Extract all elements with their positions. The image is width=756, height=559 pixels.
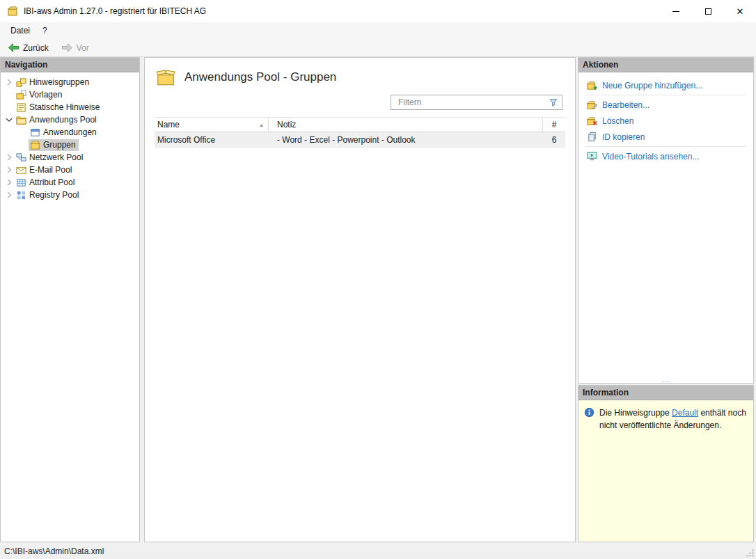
nav-item-hinweisgruppen[interactable]: Hinweisgruppen [1,76,139,88]
nav-item-label: Anwendungs Pool [29,115,97,125]
menu-help[interactable]: ? [36,23,54,38]
forward-button-label: Vor [77,43,89,53]
applications-icon [30,127,40,138]
chevron-down-icon[interactable] [3,114,15,125]
action-list: Neue Gruppe hinzufügen... Bearbeiten... … [578,72,753,164]
filter-row [145,92,575,113]
nav-item-label: Hinweisgruppen [29,77,89,87]
separator [585,146,746,147]
statusbar-path: C:\IBI-aws\Admin\Data.xml [4,546,104,556]
app-icon [7,6,18,17]
nav-item-statische-hinweise[interactable]: Statische Hinweise [1,101,139,113]
forward-arrow-icon [61,42,73,53]
nav-item-label: Netzwerk Pool [29,152,83,162]
action-label: Neue Gruppe hinzufügen... [602,81,702,90]
action-edit[interactable]: Bearbeiten... [578,97,753,113]
group-box-icon [156,68,177,87]
group-delete-icon [587,116,597,126]
nav-item-gruppen[interactable]: Gruppen [1,139,139,151]
separator [585,95,746,95]
chevron-right-icon[interactable] [3,77,15,88]
action-copy-id[interactable]: ID kopieren [578,129,753,145]
information-panel: Information Die Hinweisgruppe Default en… [578,385,754,542]
filter-input[interactable] [391,95,549,109]
close-button[interactable]: ✕ [724,0,756,22]
group-add-icon [587,80,597,90]
back-button[interactable]: Zurück [4,41,52,54]
statusbar: C:\IBI-aws\Admin\Data.xml [0,544,756,559]
nav-item-vorlagen[interactable]: Vorlagen [1,88,139,101]
info-text-before: Die Hinweisgruppe [599,408,672,418]
filter-box [391,95,562,110]
titlebar: IBI-aws Admin 1.27.0 - registriert für I… [0,0,756,22]
information-header: Information [578,386,753,400]
info-icon [584,407,595,418]
nav-item-registry-pool[interactable]: Registry Pool [1,189,139,201]
navigation-panel: Navigation Hinweisgruppen Vorlagen Stati… [0,57,140,542]
default-group-link[interactable]: Default [672,408,698,418]
column-header-notiz[interactable]: Notiz [269,118,543,132]
column-header-count[interactable]: # [543,118,565,132]
window-controls: ✕ [660,0,756,22]
back-button-label: Zurück [23,43,49,53]
nav-item-label: Statische Hinweise [29,102,100,112]
column-header-notiz-label: Notiz [277,120,296,129]
panel-splitter-grip[interactable]: ... [578,376,753,383]
action-label: ID kopieren [602,132,645,142]
page-title: Anwendungs Pool - Gruppen [184,70,336,84]
minimize-icon [672,11,679,12]
group-box-icon [30,140,40,150]
back-arrow-icon [8,42,19,53]
maximize-icon [705,8,711,15]
email-icon [16,165,26,175]
action-label: Bearbeiten... [602,100,649,110]
navigation-header: Navigation [1,58,139,72]
groups-table: Name ▲ Notiz # Microsoft Office - Word -… [155,117,565,148]
folder-open-icon [16,115,26,125]
action-video-tutorials[interactable]: Video-Tutorials ansehen... [578,148,753,164]
action-label: Video-Tutorials ansehen... [602,152,699,162]
nav-item-netzwerk-pool[interactable]: Netzwerk Pool [1,151,139,164]
close-icon: ✕ [737,7,744,16]
nav-item-label: Gruppen [43,140,76,150]
chevron-right-icon[interactable] [3,152,15,163]
forward-button[interactable]: Vor [58,41,93,54]
page-title-row: Anwendungs Pool - Gruppen [145,58,575,92]
actions-header: Aktionen [578,58,753,72]
nav-item-label: Attribut Pool [29,178,74,187]
resize-grip-icon[interactable] [746,549,755,558]
filter-funnel-icon[interactable] [549,97,558,107]
action-delete[interactable]: Löschen [578,113,753,129]
column-header-name[interactable]: Name ▲ [155,118,269,132]
nav-item-anwendungen[interactable]: Anwendungen [1,126,139,139]
minimize-button[interactable] [660,0,692,22]
chevron-right-icon[interactable] [3,177,15,188]
action-add-group[interactable]: Neue Gruppe hinzufügen... [578,77,753,93]
column-header-count-label: # [552,120,557,129]
nav-item-label: Vorlagen [29,90,62,100]
table-row[interactable]: Microsoft Office - Word - Excel - Powerp… [155,132,565,148]
chevron-right-icon[interactable] [3,189,15,200]
sort-ascending-icon: ▲ [259,123,264,127]
navigation-tree: Hinweisgruppen Vorlagen Statische Hinwei… [1,72,139,201]
content-panel: Anwendungs Pool - Gruppen Name ▲ Notiz #… [144,57,576,542]
nav-item-email-pool[interactable]: E-Mail Pool [1,164,139,176]
nav-item-attribut-pool[interactable]: Attribut Pool [1,176,139,189]
maximize-button[interactable] [692,0,724,22]
information-body: Die Hinweisgruppe Default enthält noch n… [578,400,753,542]
nav-item-label: Registry Pool [29,190,79,200]
toolbar: Zurück Vor [0,39,756,57]
templates-icon [16,90,26,100]
group-edit-icon [587,100,597,110]
column-header-name-label: Name [157,120,180,129]
cell-notiz: - Word - Excel - Powerpoint - Outlook [269,135,543,145]
nav-item-anwendungs-pool[interactable]: Anwendungs Pool [1,113,139,126]
menu-datei[interactable]: Datei [4,23,36,38]
expander-spacer [3,102,15,113]
menubar: Datei ? [0,22,756,39]
table-header-row: Name ▲ Notiz # [155,117,565,132]
nav-item-label: Anwendungen [43,127,97,137]
network-icon [16,152,26,163]
hint-groups-icon [16,77,26,88]
chevron-right-icon[interactable] [3,164,15,175]
